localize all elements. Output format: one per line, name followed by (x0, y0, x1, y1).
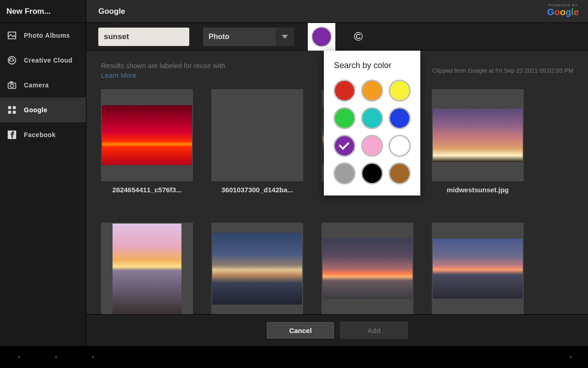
color-swatch[interactable] (389, 162, 411, 184)
reuse-notice-text: Results shown are labeled for reuse with (101, 62, 225, 69)
learn-more-link[interactable]: Learn More (101, 71, 136, 79)
color-grid (328, 77, 416, 187)
page-title: Google (98, 7, 125, 16)
main-panel: Google POWERED BY Google Photo © (86, 0, 588, 346)
footer: Cancel Add (86, 314, 588, 346)
result-caption: 2824654411_c576f3... (101, 186, 193, 194)
result-caption: midwestsunset.jpg (432, 186, 524, 194)
sidebar-item-label: Camera (24, 81, 49, 89)
sidebar-item-facebook[interactable]: Facebook (0, 122, 86, 147)
color-swatch[interactable] (361, 162, 383, 184)
svg-rect-4 (10, 82, 12, 83)
color-filter-wrap (308, 23, 335, 51)
powered-by-google: POWERED BY Google (547, 4, 579, 17)
sidebar-item-label: Google (24, 106, 47, 114)
svg-marker-10 (282, 34, 288, 38)
result-card[interactable]: 2824654411_c576f3... (101, 89, 193, 213)
color-swatch[interactable] (334, 135, 356, 157)
result-thumb (322, 223, 413, 315)
image-icon (6, 30, 17, 41)
camera-icon (6, 80, 17, 91)
result-thumb (432, 89, 524, 181)
add-button[interactable]: Add (339, 321, 408, 339)
sidebar-item-creative-cloud[interactable]: Creative Cloud (0, 48, 86, 73)
result-card[interactable]: midwestsunset.jpg (432, 89, 524, 213)
color-swatch[interactable] (389, 135, 411, 157)
color-swatch[interactable] (361, 135, 383, 157)
color-swatch[interactable] (389, 107, 411, 129)
result-card[interactable]: 3601037300_d142ba... (211, 89, 303, 213)
google-logo: Google (547, 7, 579, 17)
color-swatch[interactable] (361, 107, 383, 129)
cloud-icon (6, 55, 17, 66)
sidebar-item-label: Facebook (24, 131, 56, 138)
search-input[interactable] (98, 28, 189, 46)
sidebar: New From... Photo Albums Creative Cloud … (0, 0, 86, 346)
type-select-label: Photo (203, 33, 276, 41)
result-thumb (101, 89, 193, 181)
svg-rect-5 (8, 106, 11, 109)
clip-timestamp: Clipped from Google at Fri Sep 23 2011 0… (432, 67, 573, 74)
svg-rect-6 (13, 106, 16, 109)
sidebar-item-camera[interactable]: Camera (0, 73, 86, 98)
facebook-icon (6, 129, 17, 140)
search-bar: Photo © (86, 23, 588, 51)
type-select[interactable]: Photo (203, 28, 294, 46)
cancel-button[interactable]: Cancel (266, 321, 335, 339)
license-filter-button[interactable]: © (349, 28, 368, 46)
sidebar-item-label: Creative Cloud (24, 57, 73, 64)
color-swatch[interactable] (334, 107, 356, 129)
sidebar-header: New From... (0, 0, 86, 23)
sidebar-item-google[interactable]: Google (0, 98, 86, 122)
svg-rect-7 (8, 111, 11, 114)
color-swatch[interactable] (334, 162, 356, 184)
chevron-down-icon (276, 28, 294, 46)
sidebar-item-label: Photo Albums (24, 32, 70, 39)
color-popover-title: Search by color (328, 61, 416, 70)
result-thumb (211, 89, 303, 181)
copyright-icon: © (354, 29, 362, 44)
google-icon (6, 104, 17, 115)
color-swatch[interactable] (389, 80, 411, 102)
color-swatch[interactable] (361, 80, 383, 102)
result-caption: 3601037300_d142ba... (211, 186, 303, 194)
sidebar-item-photo-albums[interactable]: Photo Albums (0, 23, 86, 48)
reuse-notice: Results shown are labeled for reuse with… (101, 61, 225, 80)
result-thumb (101, 223, 193, 315)
main-header: Google POWERED BY Google (86, 0, 588, 23)
bottom-strip (0, 346, 588, 368)
result-thumb (211, 223, 303, 315)
color-swatch[interactable] (334, 80, 356, 102)
svg-point-3 (10, 84, 13, 87)
svg-rect-8 (13, 111, 16, 114)
color-popover: Search by color (324, 51, 420, 196)
color-filter-button[interactable] (311, 27, 332, 47)
result-thumb (432, 223, 524, 315)
